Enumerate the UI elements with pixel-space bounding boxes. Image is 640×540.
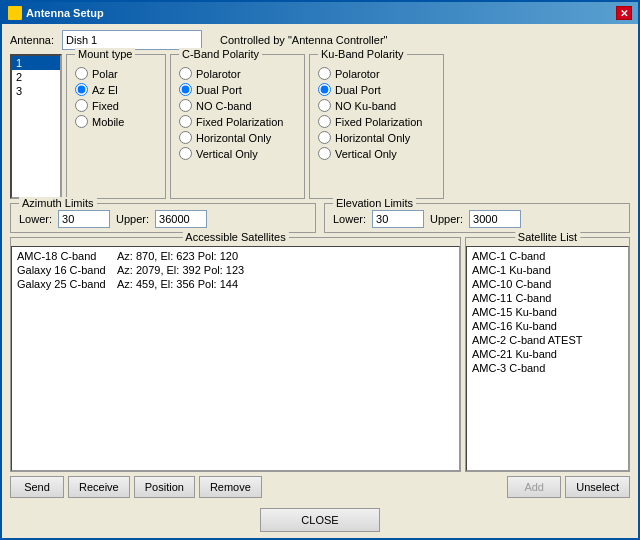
window-title: Antenna Setup — [26, 7, 104, 19]
kuband-vertical[interactable]: Vertical Only — [318, 147, 435, 160]
azimuth-lower-input[interactable] — [58, 210, 110, 228]
list-item[interactable]: AMC-15 Ku-band — [469, 305, 626, 319]
mount-mobile[interactable]: Mobile — [75, 115, 157, 128]
cband-dualport[interactable]: Dual Port — [179, 83, 296, 96]
mount-type-group: Mount type Polar Az El Fixed Mobile — [66, 54, 166, 199]
antenna-setup-window: Antenna Setup ✕ Antenna: Controlled by "… — [0, 0, 640, 540]
limits-row: Azimuth Limits Lower: Upper: Elevation L… — [10, 203, 630, 233]
controlled-by-label: Controlled by "Antenna Controller" — [220, 34, 387, 46]
kuband-fixedpol[interactable]: Fixed Polarization — [318, 115, 435, 128]
close-button[interactable]: CLOSE — [260, 508, 380, 532]
accessible-sat-name: AMC-18 C-band — [17, 250, 117, 262]
elevation-lower-label: Lower: — [333, 213, 366, 225]
antenna-list-item[interactable]: 2 — [12, 70, 60, 84]
receive-button[interactable]: Receive — [68, 476, 130, 498]
list-item[interactable]: AMC-3 C-band — [469, 361, 626, 375]
mount-fixed[interactable]: Fixed — [75, 99, 157, 112]
azimuth-limits-title: Azimuth Limits — [19, 197, 97, 209]
main-content: Antenna: Controlled by "Antenna Controll… — [2, 24, 638, 504]
satellites-row: Accessible Satellites AMC-18 C-band Az: … — [10, 237, 630, 472]
list-item[interactable]: AMC-16 Ku-band — [469, 319, 626, 333]
cband-polarity-group: C-Band Polarity Polarotor Dual Port NO C… — [170, 54, 305, 199]
titlebar: Antenna Setup ✕ — [2, 2, 638, 24]
accessible-sat-info: Az: 2079, El: 392 Pol: 123 — [117, 264, 244, 276]
cband-fixedpol[interactable]: Fixed Polarization — [179, 115, 296, 128]
elevation-lower-input[interactable] — [372, 210, 424, 228]
azimuth-upper-input[interactable] — [155, 210, 207, 228]
add-button[interactable]: Add — [507, 476, 561, 498]
unselect-button[interactable]: Unselect — [565, 476, 630, 498]
remove-button[interactable]: Remove — [199, 476, 262, 498]
antenna-list-item[interactable]: 1 — [12, 56, 60, 70]
antenna-label: Antenna: — [10, 34, 54, 46]
accessible-sat-name: Galaxy 25 C-band — [17, 278, 117, 290]
close-icon[interactable]: ✕ — [616, 6, 632, 20]
list-item[interactable]: AMC-1 C-band — [469, 249, 626, 263]
azimuth-limits-box: Azimuth Limits Lower: Upper: — [10, 203, 316, 233]
elevation-limits-inner: Lower: Upper: — [333, 210, 621, 228]
position-button[interactable]: Position — [134, 476, 195, 498]
list-item[interactable]: AMC-18 C-band Az: 870, El: 623 Pol: 120 — [14, 249, 457, 263]
send-button[interactable]: Send — [10, 476, 64, 498]
mount-type-options: Polar Az El Fixed Mobile — [75, 67, 157, 128]
list-item[interactable]: AMC-1 Ku-band — [469, 263, 626, 277]
elevation-upper-label: Upper: — [430, 213, 463, 225]
antenna-list[interactable]: 1 2 3 — [10, 54, 62, 199]
azimuth-limits-inner: Lower: Upper: — [19, 210, 307, 228]
accessible-sat-info: Az: 870, El: 623 Pol: 120 — [117, 250, 238, 262]
kuband-polarotor[interactable]: Polarotor — [318, 67, 435, 80]
elevation-limits-title: Elevation Limits — [333, 197, 416, 209]
cband-nocband[interactable]: NO C-band — [179, 99, 296, 112]
mount-azel[interactable]: Az El — [75, 83, 157, 96]
cband-vertical[interactable]: Vertical Only — [179, 147, 296, 160]
kuband-polarity-title: Ku-Band Polarity — [318, 48, 407, 60]
titlebar-left: Antenna Setup — [8, 6, 104, 20]
cband-polarotor[interactable]: Polarotor — [179, 67, 296, 80]
accessible-satellites-box: Accessible Satellites AMC-18 C-band Az: … — [10, 237, 461, 472]
accessible-satellites-list[interactable]: AMC-18 C-band Az: 870, El: 623 Pol: 120 … — [11, 246, 460, 471]
satellite-list-title: Satellite List — [515, 231, 580, 243]
azimuth-upper-label: Upper: — [116, 213, 149, 225]
satellite-list[interactable]: AMC-1 C-band AMC-1 Ku-band AMC-10 C-band… — [466, 246, 629, 471]
list-item[interactable]: Galaxy 16 C-band Az: 2079, El: 392 Pol: … — [14, 263, 457, 277]
kuband-options: Polarotor Dual Port NO Ku-band Fixed Pol… — [318, 67, 435, 160]
list-item[interactable]: AMC-21 Ku-band — [469, 347, 626, 361]
kuband-dualport[interactable]: Dual Port — [318, 83, 435, 96]
elevation-limits-box: Elevation Limits Lower: Upper: — [324, 203, 630, 233]
antenna-input[interactable] — [62, 30, 202, 50]
accessible-sat-info: Az: 459, El: 356 Pol: 144 — [117, 278, 238, 290]
action-buttons-row: Send Receive Position Remove Add Unselec… — [10, 476, 630, 498]
mount-polar[interactable]: Polar — [75, 67, 157, 80]
antenna-row: Antenna: Controlled by "Antenna Controll… — [10, 30, 630, 50]
kuband-horizontal[interactable]: Horizontal Only — [318, 131, 435, 144]
list-item[interactable]: AMC-11 C-band — [469, 291, 626, 305]
cband-options: Polarotor Dual Port NO C-band Fixed Pola… — [179, 67, 296, 160]
antenna-list-item[interactable]: 3 — [12, 84, 60, 98]
elevation-upper-input[interactable] — [469, 210, 521, 228]
list-item[interactable]: AMC-10 C-band — [469, 277, 626, 291]
azimuth-lower-label: Lower: — [19, 213, 52, 225]
window-icon — [8, 6, 22, 20]
mount-type-title: Mount type — [75, 48, 135, 60]
list-item[interactable]: AMC-2 C-band ATEST — [469, 333, 626, 347]
cband-polarity-title: C-Band Polarity — [179, 48, 262, 60]
satellite-list-box: Satellite List AMC-1 C-band AMC-1 Ku-ban… — [465, 237, 630, 472]
list-item[interactable]: Galaxy 25 C-band Az: 459, El: 356 Pol: 1… — [14, 277, 457, 291]
kuband-polarity-group: Ku-Band Polarity Polarotor Dual Port NO … — [309, 54, 444, 199]
cband-horizontal[interactable]: Horizontal Only — [179, 131, 296, 144]
accessible-satellites-title: Accessible Satellites — [182, 231, 288, 243]
config-row: 1 2 3 Mount type Polar Az El Fixed — [10, 54, 630, 199]
kuband-nokband[interactable]: NO Ku-band — [318, 99, 435, 112]
close-row: CLOSE — [2, 504, 638, 538]
accessible-sat-name: Galaxy 16 C-band — [17, 264, 117, 276]
